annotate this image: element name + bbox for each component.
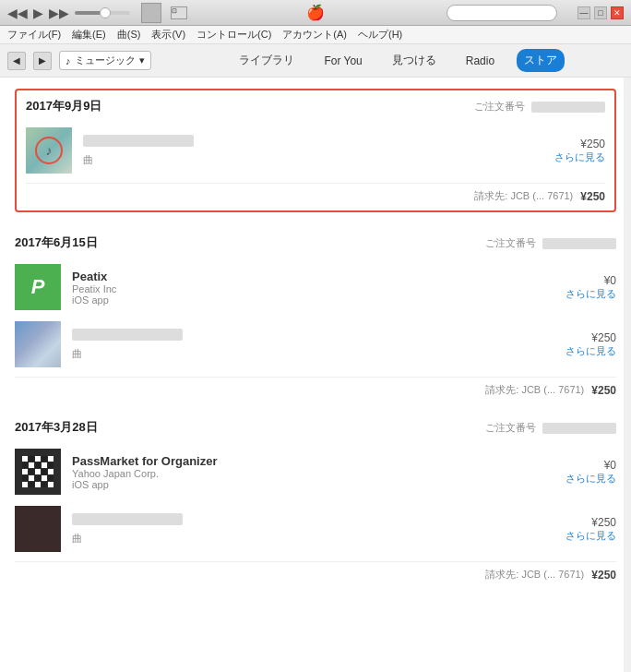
purchase-section-1: 2017年9月9日 ご注文番号 ♪ 曲 ¥250 さらに見る 請求先: JCB … [15, 89, 616, 212]
billing-label-2: 請求先: JCB (... 7671) [485, 383, 584, 397]
footer-total-2: ¥250 [591, 384, 616, 397]
transport-controls: ◀◀ ▶ ▶▶ ⊡ [7, 3, 187, 23]
section-header-2: 2017年6月15日 ご注文番号 [15, 234, 616, 251]
item-type-2-2: 曲 [72, 347, 531, 361]
see-more-link-2-2[interactable]: さらに見る [566, 345, 616, 356]
item-info-3-1: PassMarket for Organizer Yahoo Japan Cor… [61, 454, 542, 490]
see-more-link-3-1[interactable]: さらに見る [566, 473, 616, 484]
item-type-3-2: 曲 [72, 532, 531, 546]
music-selector-label: ミュージック [75, 54, 136, 67]
maximize-button[interactable]: □ [594, 6, 607, 19]
item-price-3-1: ¥0 [542, 459, 616, 472]
billing-label-1: 請求先: JCB (... 7671) [474, 189, 573, 203]
item-info-2-2: 曲 [61, 329, 542, 361]
section-footer-1: 請求先: JCB (... 7671) ¥250 [26, 183, 605, 203]
item-type-1-1: 曲 [83, 153, 520, 167]
music-note-icon: ♪ [65, 55, 71, 66]
footer-total-1: ¥250 [580, 190, 605, 203]
titlebar: ◀◀ ▶ ▶▶ ⊡ 🍎 — □ ✕ [0, 0, 631, 26]
item-name-3-1: PassMarket for Organizer [72, 454, 531, 468]
section-footer-3: 請求先: JCB (... 7671) ¥250 [15, 561, 616, 582]
section-order-label-3: ご注文番号 [485, 421, 616, 435]
footer-total-3: ¥250 [591, 569, 616, 582]
item-name-blurred-3-2 [72, 513, 183, 525]
menu-edit[interactable]: 編集(E) [72, 28, 106, 42]
item-actions-1-1: ¥250 さらに見る [531, 138, 605, 164]
item-artwork-3-2 [15, 506, 61, 552]
item-name-blurred-1-1 [83, 135, 194, 147]
item-name-blurred-2-2 [72, 329, 183, 341]
tab-radio[interactable]: Radio [458, 51, 502, 71]
tab-discover[interactable]: 見つける [385, 49, 444, 72]
tab-library[interactable]: ライブラリ [232, 49, 302, 72]
item-price-3-2: ¥250 [542, 516, 616, 529]
menu-help[interactable]: ヘルプ(H) [358, 28, 402, 42]
purchase-item-3-1: PassMarket for Organizer Yahoo Japan Cor… [15, 443, 616, 500]
item-actions-3-2: ¥250 さらに見る [542, 516, 616, 543]
menu-account[interactable]: アカウント(A) [282, 28, 347, 42]
now-playing-artwork [141, 3, 161, 23]
volume-thumb [100, 7, 111, 18]
chevron-down-icon: ▾ [139, 54, 145, 66]
section-date-3: 2017年3月28日 [15, 419, 98, 436]
section-footer-2: 請求先: JCB (... 7671) ¥250 [15, 377, 616, 397]
item-price-2-1: ¥0 [542, 274, 616, 287]
order-number-blurred-1 [531, 102, 605, 113]
see-more-link-3-2[interactable]: さらに見る [566, 530, 616, 541]
item-info-2-1: Peatix Peatix Inc iOS app [61, 270, 542, 306]
play-button[interactable]: ▶ [33, 6, 43, 20]
main-content: 2017年9月9日 ご注文番号 ♪ 曲 ¥250 さらに見る 請求先: JCB … [0, 78, 631, 672]
see-more-link-1-1[interactable]: さらに見る [554, 151, 605, 162]
volume-slider[interactable] [75, 11, 130, 15]
next-button[interactable]: ▶▶ [49, 6, 69, 20]
pip-button[interactable]: ⊡ [171, 6, 187, 19]
item-artwork-2-2 [15, 321, 61, 367]
menu-controls[interactable]: コントロール(C) [196, 28, 271, 42]
item-actions-3-1: ¥0 さらに見る [542, 459, 616, 486]
menu-view[interactable]: 表示(V) [151, 28, 185, 42]
toolbar: ◀ ▶ ♪ ミュージック ▾ ライブラリ For You 見つける Radio … [0, 44, 631, 78]
item-actions-2-1: ¥0 さらに見る [542, 274, 616, 301]
item-subtitle-3-1: Yahoo Japan Corp. [72, 468, 531, 479]
item-actions-2-2: ¥250 さらに見る [542, 331, 616, 358]
minimize-button[interactable]: — [577, 6, 590, 19]
order-number-blurred-3 [542, 423, 616, 434]
item-subtitle-2-1: Peatix Inc [72, 283, 531, 294]
purchase-item-1-1: ♪ 曲 ¥250 さらに見る [26, 122, 605, 179]
item-name-2-1: Peatix [72, 270, 531, 283]
item-price-1-1: ¥250 [531, 138, 605, 150]
section-date-2: 2017年6月15日 [15, 234, 98, 251]
item-artwork-1-1: ♪ [26, 127, 72, 174]
order-number-blurred-2 [542, 238, 616, 249]
back-button[interactable]: ◀ [7, 52, 26, 70]
purchase-section-3: 2017年3月28日 ご注文番号 PassMarket for Organize… [15, 419, 616, 582]
purchase-item-3-2: 曲 ¥250 さらに見る [15, 500, 616, 558]
see-more-link-2-1[interactable]: さらに見る [566, 288, 616, 299]
forward-button[interactable]: ▶ [33, 52, 52, 70]
item-price-2-2: ¥250 [542, 331, 616, 344]
menubar: ファイル(F) 編集(E) 曲(S) 表示(V) コントロール(C) アカウント… [0, 26, 631, 44]
library-selector[interactable]: ♪ ミュージック ▾ [59, 51, 151, 70]
item-info-1-1: 曲 [72, 135, 531, 167]
peatix-logo-icon: P [31, 275, 45, 299]
apple-logo-icon: 🍎 [306, 4, 325, 21]
section-order-label-2: ご注文番号 [485, 236, 616, 250]
menu-file[interactable]: ファイル(F) [7, 28, 61, 42]
item-artwork-2-1: P [15, 264, 61, 310]
scrollbar[interactable] [624, 78, 631, 672]
tab-for-you[interactable]: For You [316, 51, 369, 71]
window-controls: — □ ✕ [577, 6, 624, 19]
menu-song[interactable]: 曲(S) [117, 28, 141, 42]
section-header-3: 2017年3月28日 ご注文番号 [15, 419, 616, 436]
prev-button[interactable]: ◀◀ [7, 6, 28, 20]
section-date-1: 2017年9月9日 [26, 98, 101, 114]
close-button[interactable]: ✕ [611, 6, 624, 19]
nav-tabs: ライブラリ For You 見つける Radio ストア [173, 49, 625, 72]
billing-label-3: 請求先: JCB (... 7671) [485, 568, 584, 582]
section-header-1: 2017年9月9日 ご注文番号 [26, 98, 605, 114]
search-input[interactable] [446, 5, 557, 21]
item-info-3-2: 曲 [61, 513, 542, 546]
purchase-item-2-2: 曲 ¥250 さらに見る [15, 316, 616, 373]
tab-store[interactable]: ストア [517, 49, 565, 72]
section-order-label-1: ご注文番号 [474, 100, 605, 114]
